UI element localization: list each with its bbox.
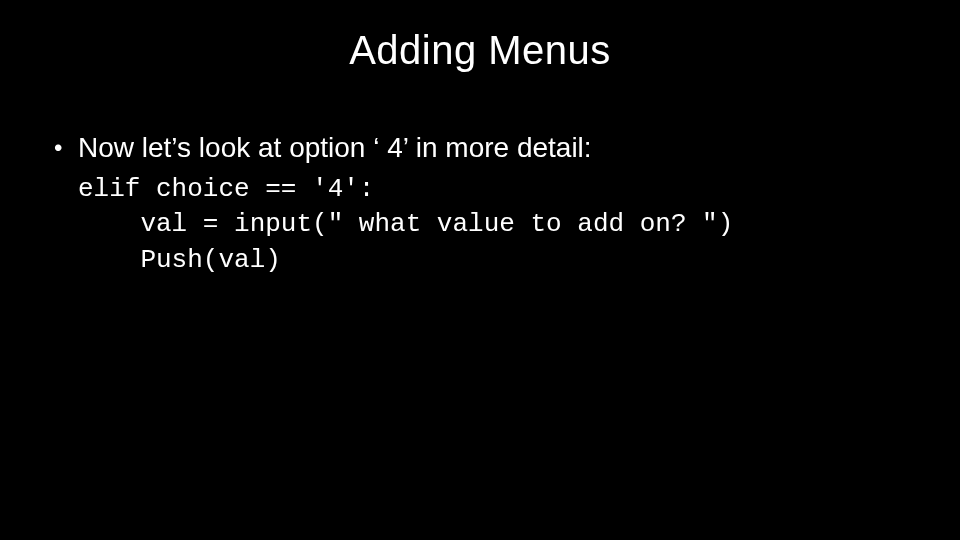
bullet-text: Now let’s look at option ‘ 4’ in more de… — [78, 132, 592, 163]
code-line: val = input(" what value to add on? ") — [78, 209, 733, 239]
bullet-list: Now let’s look at option ‘ 4’ in more de… — [48, 130, 912, 166]
bullet-item: Now let’s look at option ‘ 4’ in more de… — [48, 130, 912, 166]
code-block: elif choice == '4': val = input(" what v… — [78, 172, 912, 277]
slide: Adding Menus Now let’s look at option ‘ … — [0, 0, 960, 540]
code-line: Push(val) — [78, 245, 281, 275]
code-line: elif choice == '4': — [78, 174, 374, 204]
slide-body: Now let’s look at option ‘ 4’ in more de… — [48, 130, 912, 278]
slide-title: Adding Menus — [0, 28, 960, 73]
